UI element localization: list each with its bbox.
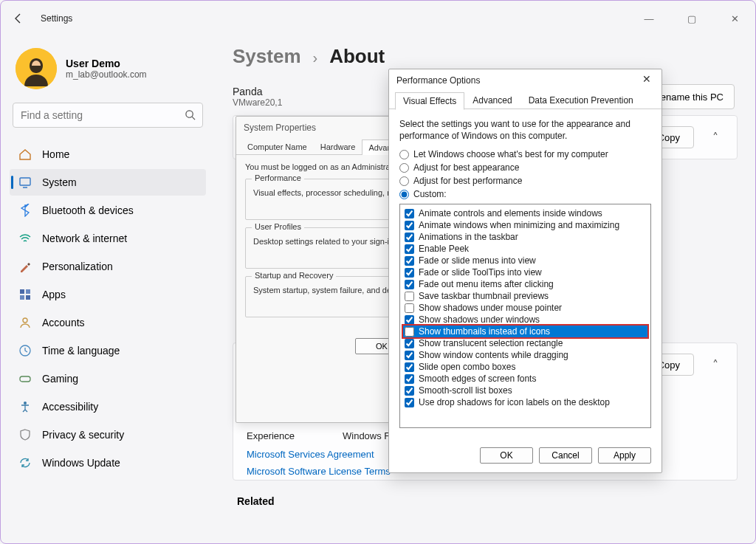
visual-effects-list[interactable]: Animate controls and elements inside win… xyxy=(399,204,651,428)
perf-option[interactable]: Fade out menu items after clicking xyxy=(403,278,647,290)
time-icon xyxy=(18,344,32,357)
perf-option[interactable]: Enable Peek xyxy=(403,243,647,255)
avatar xyxy=(16,48,57,89)
breadcrumb-parent[interactable]: System xyxy=(233,45,301,68)
perf-option-label: Save taskbar thumbnail previews xyxy=(419,291,549,301)
sidebar-item-label: System xyxy=(42,176,77,188)
perf-option[interactable]: Slide open combo boxes xyxy=(403,361,647,373)
perf-option-label: Slide open combo boxes xyxy=(419,362,515,372)
apply-button[interactable]: Apply xyxy=(598,447,651,464)
sidebar-item-time[interactable]: Time & language xyxy=(10,337,206,364)
checkbox[interactable] xyxy=(405,327,414,337)
svg-rect-5 xyxy=(20,289,24,294)
perf-option-label: Animate controls and elements inside win… xyxy=(419,208,602,218)
sidebar: User Demo m_lab@outlook.com HomeSystemBl… xyxy=(1,36,215,543)
app-title: Settings xyxy=(41,13,72,24)
perf-option[interactable]: Use drop shadows for icon labels on the … xyxy=(403,396,647,408)
titlebar: Settings — ▢ ✕ xyxy=(1,1,755,36)
checkbox[interactable] xyxy=(405,256,414,266)
sidebar-item-apps[interactable]: Apps xyxy=(10,281,206,308)
perf-option[interactable]: Show window contents while dragging xyxy=(403,349,647,361)
svg-point-1 xyxy=(186,111,193,117)
sidebar-item-system[interactable]: System xyxy=(10,169,206,196)
sidebar-item-privacy[interactable]: Privacy & security xyxy=(10,421,206,448)
perf-option[interactable]: Show shadows under mouse pointer xyxy=(403,302,647,314)
perf-option[interactable]: Fade or slide ToolTips into view xyxy=(403,266,647,278)
sidebar-item-label: Time & language xyxy=(42,345,120,357)
close-icon[interactable]: ✕ xyxy=(639,73,654,88)
sidebar-item-accessibility[interactable]: Accessibility xyxy=(10,393,206,420)
perf-option-label: Smooth-scroll list boxes xyxy=(419,385,512,396)
checkbox[interactable] xyxy=(405,315,414,325)
checkbox[interactable] xyxy=(405,233,414,242)
checkbox[interactable] xyxy=(405,374,414,384)
svg-rect-6 xyxy=(26,289,30,294)
user-block[interactable]: User Demo m_lab@outlook.com xyxy=(10,45,206,103)
radio-best-appearance[interactable]: Adjust for best appearance xyxy=(399,162,651,173)
sidebar-item-network[interactable]: Network & internet xyxy=(10,225,206,252)
perf-option[interactable]: Show shadows under windows xyxy=(403,314,647,326)
perf-option[interactable]: Smooth edges of screen fonts xyxy=(403,373,647,385)
checkbox[interactable] xyxy=(405,351,414,360)
checkbox[interactable] xyxy=(405,386,414,396)
perf-option[interactable]: Animations in the taskbar xyxy=(403,231,647,243)
tab-computer-name[interactable]: Computer Name xyxy=(241,139,314,154)
tab-advanced[interactable]: Advanced xyxy=(464,92,520,109)
chevron-up-icon[interactable]: ˄ xyxy=(704,131,726,145)
tab-dep[interactable]: Data Execution Prevention xyxy=(520,92,642,109)
sidebar-item-label: Accounts xyxy=(42,317,85,328)
checkbox[interactable] xyxy=(405,209,414,218)
tab-hardware[interactable]: Hardware xyxy=(314,139,362,154)
perf-option[interactable]: Show translucent selection rectangle xyxy=(403,337,647,349)
chevron-up-icon[interactable]: ˄ xyxy=(704,358,726,372)
personalization-icon xyxy=(18,260,32,273)
sidebar-item-gaming[interactable]: Gaming xyxy=(10,365,206,392)
close-button[interactable]: ✕ xyxy=(720,13,749,24)
cancel-button[interactable]: Cancel xyxy=(539,447,592,464)
checkbox[interactable] xyxy=(405,303,414,313)
radio-best-performance[interactable]: Adjust for best performance xyxy=(399,176,651,186)
checkbox[interactable] xyxy=(405,398,414,407)
chevron-right-icon: › xyxy=(313,49,318,66)
perf-option[interactable]: Smooth-scroll list boxes xyxy=(403,385,647,396)
perf-option[interactable]: Show thumbnails instead of icons xyxy=(403,326,647,337)
sidebar-item-bluetooth[interactable]: Bluetooth & devices xyxy=(10,197,206,224)
svg-rect-7 xyxy=(20,295,24,300)
checkbox[interactable] xyxy=(405,339,414,348)
sidebar-item-update[interactable]: Windows Update xyxy=(10,450,206,476)
perf-option[interactable]: Animate controls and elements inside win… xyxy=(403,207,647,219)
perf-option[interactable]: Save taskbar thumbnail previews xyxy=(403,290,647,302)
gaming-icon xyxy=(18,372,32,385)
ok-button[interactable]: OK xyxy=(480,447,533,464)
radio-custom[interactable]: Custom: xyxy=(399,189,651,199)
user-email: m_lab@outlook.com xyxy=(66,69,147,80)
back-button[interactable] xyxy=(7,7,30,30)
sidebar-item-home[interactable]: Home xyxy=(10,141,206,168)
home-icon xyxy=(18,148,32,161)
perf-option[interactable]: Animate windows when minimizing and maxi… xyxy=(403,219,647,231)
checkbox[interactable] xyxy=(405,362,414,372)
checkbox[interactable] xyxy=(405,268,414,278)
checkbox[interactable] xyxy=(405,244,414,254)
perf-option[interactable]: Fade or slide menus into view xyxy=(403,255,647,266)
perf-option-label: Animations in the taskbar xyxy=(419,232,518,242)
tab-visual-effects[interactable]: Visual Effects xyxy=(395,92,464,110)
checkbox[interactable] xyxy=(405,221,414,230)
apps-icon xyxy=(18,288,32,301)
group-legend: Performance xyxy=(252,173,304,182)
maximize-button[interactable]: ▢ xyxy=(677,13,707,24)
group-legend: User Profiles xyxy=(252,222,304,231)
spec-value: Windows Fe xyxy=(343,430,396,441)
related-heading: Related xyxy=(233,495,738,507)
sidebar-item-accounts[interactable]: Accounts xyxy=(10,309,206,336)
checkbox[interactable] xyxy=(405,292,414,301)
device-model: VMware20,1 xyxy=(233,97,282,108)
checkbox[interactable] xyxy=(405,280,414,289)
search-input[interactable] xyxy=(13,103,203,128)
perf-option-label: Fade out menu items after clicking xyxy=(419,279,554,289)
user-name: User Demo xyxy=(66,58,147,69)
radio-windows-choose[interactable]: Let Windows choose what's best for my co… xyxy=(399,149,651,159)
sidebar-item-personalization[interactable]: Personalization xyxy=(10,253,206,280)
minimize-button[interactable]: — xyxy=(634,13,664,24)
perf-option-label: Enable Peek xyxy=(419,244,469,254)
